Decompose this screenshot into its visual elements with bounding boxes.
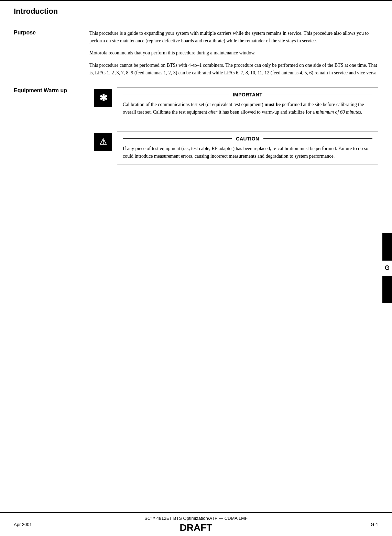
purpose-para-3: This procedure cannot be performed on BT… (89, 62, 378, 76)
important-icon-box: ✱ (94, 89, 112, 107)
footer-left-area: Apr 2001 (14, 522, 105, 527)
important-bold-1: must be (264, 102, 281, 107)
important-text: Calibration of the communications test s… (123, 101, 372, 116)
purpose-para-2: Motorola recommends that you perform thi… (89, 49, 378, 57)
footer-date: Apr 2001 (14, 522, 105, 527)
page-footer: Apr 2001 SC™ 4812ET BTS Optimization/ATP… (0, 512, 392, 536)
important-line-right (266, 95, 372, 95)
footer-center-area: SC™ 4812ET BTS Optimization/ATP — CDMA L… (105, 516, 287, 533)
caution-text: If any piece of test equipment (i.e., te… (123, 145, 372, 160)
equipment-two-col: Equipment Warm up ✱ IMPORT (14, 87, 378, 175)
content-area: Introduction Purpose This procedure is a… (0, 1, 392, 203)
important-italic-1: after (208, 109, 217, 115)
purpose-para-1: This procedure is a guide to expanding y… (89, 30, 378, 44)
sidebar-bar-bottom (382, 276, 392, 303)
purpose-left-col: Purpose (14, 30, 89, 76)
important-title-bar: IMPORTANT (123, 92, 372, 97)
caution-title: CAUTION (232, 136, 263, 141)
important-notice: ✱ IMPORTANT Calibration of the communica… (89, 87, 378, 121)
important-icon: ✱ (99, 92, 107, 104)
caution-title-bar: CAUTION (123, 136, 372, 141)
sidebar-letter: G (382, 262, 392, 274)
important-icon-col: ✱ (89, 87, 117, 107)
sidebar-bar-top (382, 233, 392, 261)
footer-draft: DRAFT (180, 522, 213, 533)
important-italic-2: minimum of 60 minutes (316, 109, 361, 115)
important-line-left (123, 95, 229, 95)
equipment-heading: Equipment Warm up (14, 87, 89, 94)
caution-line-right (263, 138, 372, 139)
purpose-section: Purpose This procedure is a guide to exp… (14, 30, 378, 76)
page-container: Introduction Purpose This procedure is a… (0, 0, 392, 536)
caution-icon: ⚠ (99, 137, 107, 147)
caution-icon-col: ⚠ (89, 132, 117, 151)
purpose-heading: Purpose (14, 30, 89, 36)
caution-content: CAUTION If any piece of test equipment (… (117, 132, 378, 165)
important-title: IMPORTANT (229, 92, 267, 97)
purpose-right-col: This procedure is a guide to expanding y… (89, 30, 378, 76)
equipment-right-col: ✱ IMPORTANT Calibration of the communica… (89, 87, 378, 175)
caution-line-left (123, 138, 232, 139)
footer-right-area: G-1 (287, 522, 378, 527)
equipment-left-col: Equipment Warm up (14, 87, 89, 175)
footer-center-text: SC™ 4812ET BTS Optimization/ATP — CDMA L… (144, 516, 248, 521)
equipment-section: Equipment Warm up ✱ IMPORT (14, 87, 378, 175)
important-content: IMPORTANT Calibration of the communicati… (117, 87, 378, 121)
purpose-two-col: Purpose This procedure is a guide to exp… (14, 30, 378, 76)
caution-notice: ⚠ CAUTION If any piece of test equipment… (89, 132, 378, 165)
right-sidebar: G (382, 233, 392, 303)
caution-icon-box: ⚠ (94, 133, 112, 151)
footer-page-num: G-1 (371, 522, 378, 527)
page-title: Introduction (14, 7, 378, 16)
